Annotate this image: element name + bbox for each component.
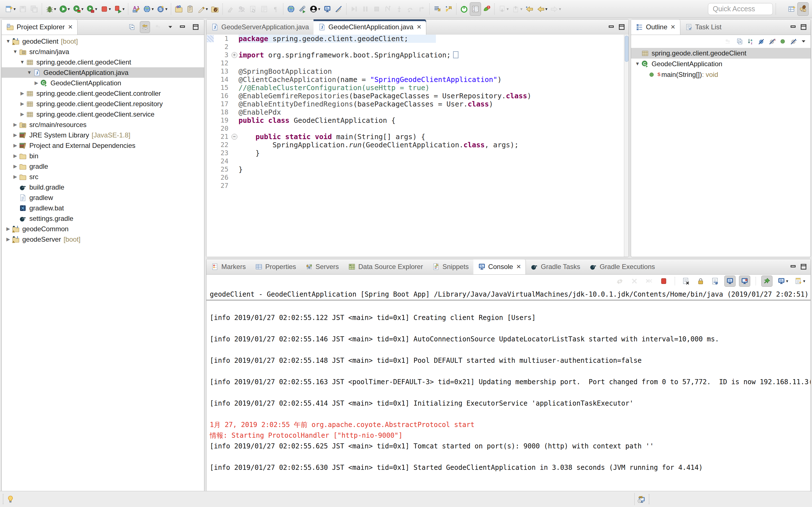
expand-arrow-icon[interactable]: ▼ <box>18 59 26 65</box>
spring-wizard-button[interactable]: S▾ <box>155 2 169 16</box>
fold-toggle-icon[interactable]: − <box>230 133 239 141</box>
minimize-button[interactable] <box>790 263 797 270</box>
tab-outline[interactable]: Outline✕ <box>631 19 680 35</box>
tree-item[interactable]: spring.geode.client.geodeClient <box>631 48 811 59</box>
maximize-button[interactable] <box>618 23 625 31</box>
expand-arrow-icon[interactable]: ▶ <box>11 153 19 159</box>
expand-arrow-icon[interactable]: ▶ <box>18 111 26 117</box>
editor-tab-geodeserverapplication-java[interactable]: JGeodeServerApplication.java <box>206 19 313 35</box>
console-output[interactable]: geodeClient - GeodeClientApplication [Sp… <box>206 287 811 491</box>
java-perspective-button[interactable] <box>797 2 809 16</box>
tree-item[interactable]: ▶CGeodeClientApplication <box>2 78 204 88</box>
view-menu-button[interactable] <box>801 38 807 45</box>
open-perspective-button[interactable] <box>786 2 797 16</box>
chevron-down-icon[interactable]: ▾ <box>54 6 56 11</box>
show-line-numbers-button[interactable]: 12 <box>470 2 481 16</box>
close-icon[interactable]: ✕ <box>416 24 421 31</box>
debug-button[interactable]: ▾ <box>44 2 58 16</box>
expand-arrow-icon[interactable]: ▶ <box>11 143 19 149</box>
tab-markers[interactable]: Markers <box>206 259 250 274</box>
expand-arrow-icon[interactable]: ▼ <box>11 49 19 55</box>
tab-gradle-tasks[interactable]: Gradle Tasks <box>526 259 585 274</box>
boot-dashboard-button[interactable] <box>458 2 470 16</box>
chevron-down-icon[interactable]: ▾ <box>507 6 509 11</box>
tree-item[interactable]: ▼spring.geode.client.geodeClient <box>2 57 204 67</box>
marker-pen-button[interactable]: ▾ <box>196 2 209 16</box>
chevron-down-icon[interactable]: ▾ <box>520 6 522 11</box>
tree-item[interactable]: ▶src/main/resources <box>2 119 204 130</box>
show-stderr-button[interactable] <box>739 276 750 287</box>
tab-snippets[interactable]: Snippets <box>427 259 473 274</box>
tab-gradle-executions[interactable]: Gradle Executions <box>585 259 659 274</box>
tree-item[interactable]: ▶spring.geode.client.geodeClient.reposit… <box>2 99 204 109</box>
tree-item[interactable]: build.gradle <box>2 182 204 192</box>
open-type-button[interactable] <box>173 2 185 16</box>
tree-item[interactable]: ▶bin <box>2 151 204 161</box>
java-element-wizard-button[interactable]: AJ <box>130 2 142 16</box>
tree-item[interactable]: ▶J!geodeCommon <box>2 224 204 234</box>
run-button[interactable]: ▾ <box>57 2 71 16</box>
expand-arrow-icon[interactable]: ▶ <box>4 236 12 242</box>
tree-item[interactable]: ▶gradle <box>2 161 204 172</box>
maximize-button[interactable] <box>800 23 807 31</box>
tree-item[interactable]: ▼CGeodeClientApplication <box>631 59 811 69</box>
tree-item[interactable]: ▶spring.geode.client.geodeClient.service <box>2 109 204 119</box>
quick-access-input[interactable]: Quick Access <box>708 3 773 15</box>
hide-nonpublic-button[interactable] <box>779 38 786 45</box>
tree-item[interactable]: gradlew <box>2 192 204 203</box>
chevron-down-icon[interactable]: ▾ <box>13 6 16 11</box>
open-console-button[interactable]: ▾ <box>793 276 807 287</box>
hide-static-button[interactable]: S <box>768 38 776 45</box>
trace-expand-button[interactable] <box>443 2 454 16</box>
fold-toggle-icon[interactable]: + <box>230 51 239 59</box>
no-edit-button[interactable] <box>333 2 344 16</box>
sort-button[interactable]: az <box>747 38 754 45</box>
collapse-all-button[interactable] <box>736 38 744 45</box>
maximize-button[interactable] <box>800 263 807 270</box>
scroll-lock-button[interactable] <box>695 276 706 287</box>
tab-properties[interactable]: Properties <box>250 259 301 274</box>
lightbulb-icon[interactable] <box>6 495 15 503</box>
tree-item[interactable]: settings.gradle <box>2 213 204 224</box>
chevron-down-icon[interactable]: ▾ <box>68 6 70 11</box>
display-console-button[interactable]: ▾ <box>776 276 790 287</box>
tree-item[interactable]: ▶Project and External Dependencies <box>2 140 204 151</box>
view-menu-button[interactable] <box>166 21 175 33</box>
tree-item[interactable]: gradlew.bat <box>2 203 204 213</box>
chevron-down-icon[interactable]: ▾ <box>559 6 561 11</box>
expand-arrow-icon[interactable]: ▼ <box>26 70 33 75</box>
chevron-down-icon[interactable]: ▾ <box>95 6 97 11</box>
code-editor[interactable]: 1package spring.geode.client.geodeClient… <box>206 35 624 257</box>
launch-monitor-icon[interactable] <box>637 495 646 504</box>
external-tools-button[interactable] <box>297 2 308 16</box>
hide-fields-button[interactable] <box>758 38 765 45</box>
scrollbar-thumb[interactable] <box>625 36 628 62</box>
tab-console[interactable]: Console✕ <box>473 259 526 274</box>
folded-region-box[interactable] <box>453 51 458 58</box>
expand-arrow-icon[interactable]: ▶ <box>11 174 19 180</box>
expand-arrow-icon[interactable]: ▶ <box>11 163 19 169</box>
expand-arrow-icon[interactable]: ▼ <box>634 61 641 67</box>
relaunch-button[interactable]: ▾ <box>112 2 126 16</box>
close-icon[interactable]: ✕ <box>516 263 521 270</box>
minimize-button[interactable] <box>790 23 797 31</box>
chevron-down-icon[interactable]: ▾ <box>165 6 167 11</box>
expand-arrow-icon[interactable]: ▶ <box>18 91 26 96</box>
hide-locals-button[interactable]: L <box>790 38 797 45</box>
link-editor-button[interactable] <box>140 21 150 33</box>
chevron-down-icon[interactable]: ▾ <box>318 6 320 11</box>
tree-item[interactable]: ▼src/main/java <box>2 47 204 57</box>
expand-arrow-icon[interactable]: ▼ <box>4 39 12 44</box>
editor-tab-geodeclientapplication-java[interactable]: JGeodeClientApplication.java✕ <box>313 19 426 35</box>
tree-item[interactable]: Smain(String[]) : void <box>631 69 811 80</box>
chevron-down-icon[interactable]: ▾ <box>206 6 208 11</box>
run-profile-button[interactable]: ▾ <box>85 2 99 16</box>
chevron-down-icon[interactable]: ▾ <box>803 279 805 284</box>
user-profile-button[interactable]: ▾ <box>308 2 322 16</box>
tree-item[interactable]: ▶src <box>2 172 204 182</box>
web-browser-button[interactable] <box>285 2 297 16</box>
spring-notifications-button[interactable]: 1 <box>481 2 492 16</box>
java-search-button[interactable] <box>209 2 220 16</box>
last-edit-location-button[interactable] <box>524 2 535 16</box>
tree-item[interactable]: ▼J!geodeClient[boot] <box>2 36 204 47</box>
